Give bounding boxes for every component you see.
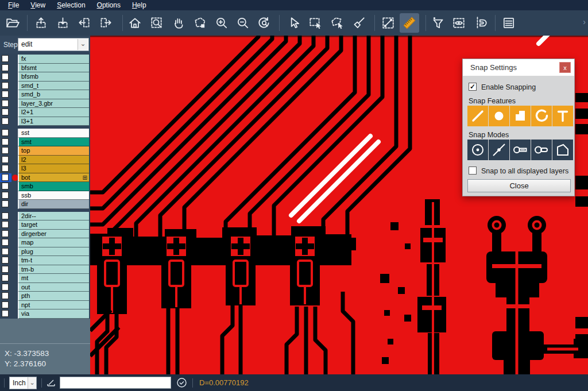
layer-visibility-checkbox[interactable] bbox=[2, 310, 9, 317]
filter-icon[interactable] bbox=[428, 13, 448, 33]
layer-row-out[interactable]: out bbox=[0, 283, 90, 292]
close-button[interactable]: Close bbox=[467, 179, 571, 192]
layer-name[interactable]: pth bbox=[18, 292, 89, 301]
import-left-icon[interactable] bbox=[75, 13, 94, 33]
layer-name[interactable]: bfsmt bbox=[18, 64, 89, 73]
layer-visibility-checkbox[interactable] bbox=[2, 292, 9, 299]
layer-name[interactable]: mt bbox=[18, 274, 89, 283]
zoom-in-icon[interactable] bbox=[212, 13, 231, 33]
layer-name[interactable]: l3+1 bbox=[18, 117, 89, 126]
layer-name[interactable]: map bbox=[18, 238, 89, 247]
select-rectangle-icon[interactable] bbox=[305, 13, 325, 33]
layer-name[interactable]: smt bbox=[18, 138, 89, 147]
layer-name[interactable]: l2+1 bbox=[18, 108, 89, 117]
snap-text-icon[interactable] bbox=[552, 106, 573, 126]
layer-row-plug[interactable]: plug bbox=[0, 247, 90, 257]
layer-visibility-checkbox[interactable] bbox=[2, 257, 9, 264]
unit-dropdown[interactable]: Inch ⌄ bbox=[9, 377, 37, 389]
layer-visibility-checkbox[interactable] bbox=[2, 239, 9, 246]
layers-panel-icon[interactable] bbox=[499, 13, 519, 33]
layer-name[interactable]: tm-b bbox=[18, 265, 89, 274]
layer-visibility-checkbox[interactable] bbox=[2, 165, 9, 172]
layer-row-sst[interactable]: sst bbox=[0, 129, 90, 138]
layer-row-2dir--[interactable]: 2dir-- bbox=[0, 212, 90, 221]
layer-visibility-checkbox[interactable] bbox=[2, 147, 9, 154]
enable-snapping-checkbox[interactable]: ✓ bbox=[469, 83, 477, 91]
layer-visibility-checkbox[interactable] bbox=[2, 301, 9, 308]
home-icon[interactable] bbox=[125, 13, 145, 33]
layer-name[interactable]: plug bbox=[18, 247, 89, 257]
snap-line-icon[interactable] bbox=[467, 106, 488, 126]
measure-ruler-icon[interactable] bbox=[400, 13, 419, 33]
snap-all-layers-checkbox[interactable] bbox=[469, 167, 477, 175]
measure-line-icon[interactable] bbox=[378, 13, 398, 33]
snap-pad-icon[interactable] bbox=[489, 106, 509, 126]
layer-name[interactable]: l2 bbox=[18, 156, 89, 165]
layer-name[interactable]: bfsmb bbox=[18, 72, 89, 82]
snap-surface-icon[interactable] bbox=[510, 106, 531, 126]
menu-selection[interactable]: Selection bbox=[51, 0, 91, 10]
dialog-title-bar[interactable]: Snap Settings x bbox=[463, 59, 574, 76]
mode-pad-entry-icon[interactable] bbox=[510, 140, 531, 160]
pan-hand-icon[interactable] bbox=[169, 13, 188, 33]
menu-help[interactable]: Help bbox=[126, 0, 152, 10]
layer-row-layer_3.gbr[interactable]: layer_3.gbr bbox=[0, 99, 90, 109]
toolbar-overflow-chevron[interactable]: › bbox=[583, 17, 586, 26]
layer-visibility-checkbox[interactable] bbox=[2, 138, 9, 145]
layer-row-bfsmt[interactable]: bfsmt bbox=[0, 64, 90, 73]
mode-pad-exit-icon[interactable] bbox=[531, 140, 552, 160]
snap-arc-icon[interactable] bbox=[531, 106, 552, 126]
layer-row-smt[interactable]: smt bbox=[0, 138, 90, 147]
layer-name[interactable]: npt bbox=[18, 301, 89, 310]
close-icon[interactable]: x bbox=[559, 62, 571, 73]
layer-visibility-checkbox[interactable] bbox=[2, 73, 9, 80]
layer-name[interactable]: out bbox=[18, 283, 89, 292]
layer-row-target[interactable]: target bbox=[0, 220, 90, 230]
import-right-icon[interactable] bbox=[96, 13, 115, 33]
command-input[interactable] bbox=[60, 377, 171, 389]
layer-row-map[interactable]: map bbox=[0, 238, 90, 247]
step-dropdown[interactable]: edit ⌄ bbox=[18, 38, 89, 51]
layer-visibility-checkbox[interactable] bbox=[2, 221, 9, 228]
mode-profile-icon[interactable] bbox=[552, 140, 573, 160]
layer-visibility-checkbox[interactable] bbox=[2, 284, 9, 291]
layer-name[interactable]: dirgerber bbox=[18, 230, 89, 239]
layer-row-top[interactable]: top bbox=[0, 146, 90, 156]
layer-row-ssb[interactable]: ssb bbox=[0, 191, 90, 200]
layer-visibility-checkbox[interactable] bbox=[2, 82, 9, 89]
layer-name[interactable]: tm-t bbox=[18, 256, 89, 265]
layer-row-bfsmb[interactable]: bfsmb bbox=[0, 72, 90, 82]
layer-name[interactable]: dir bbox=[18, 200, 89, 209]
layer-visibility-checkbox[interactable] bbox=[2, 100, 9, 107]
layer-row-via[interactable]: via bbox=[0, 309, 90, 319]
layer-name[interactable]: ssb bbox=[18, 191, 89, 200]
layer-name[interactable]: smb bbox=[18, 182, 89, 191]
mode-entity-icon[interactable] bbox=[489, 140, 509, 160]
layer-visibility-checkbox[interactable] bbox=[2, 174, 9, 181]
layer-name[interactable]: via bbox=[18, 309, 89, 319]
layer-row-tm-b[interactable]: tm-b bbox=[0, 265, 90, 274]
layer-visibility-checkbox[interactable] bbox=[2, 266, 9, 273]
layer-row-l2[interactable]: l2 bbox=[0, 156, 90, 165]
layer-row-l3[interactable]: l3 bbox=[0, 164, 90, 173]
layer-name[interactable]: top bbox=[18, 146, 89, 156]
layer-visibility-checkbox[interactable] bbox=[2, 91, 9, 98]
zoom-polygon-icon[interactable] bbox=[190, 13, 210, 33]
import-down-icon[interactable] bbox=[53, 13, 73, 33]
layer-visibility-checkbox[interactable] bbox=[2, 156, 9, 163]
layer-visibility-checkbox[interactable] bbox=[2, 55, 9, 62]
layer-name[interactable]: smd_b bbox=[18, 90, 89, 99]
menu-options[interactable]: Options bbox=[91, 0, 126, 10]
layer-visibility-checkbox[interactable] bbox=[2, 183, 9, 189]
layer-row-pth[interactable]: pth bbox=[0, 292, 90, 301]
open-folder-icon[interactable] bbox=[3, 13, 22, 33]
layer-visibility-checkbox[interactable] bbox=[2, 274, 9, 281]
angle-measure-icon[interactable] bbox=[46, 378, 56, 390]
layer-row-smb[interactable]: smb bbox=[0, 182, 90, 191]
layer-visibility-checkbox[interactable] bbox=[2, 64, 9, 71]
layer-name[interactable]: layer_3.gbr bbox=[18, 99, 89, 109]
layer-row-l2+1[interactable]: l2+1 bbox=[0, 108, 90, 117]
layer-name[interactable]: smd_t bbox=[18, 82, 89, 91]
layer-visibility-checkbox[interactable] bbox=[2, 129, 9, 136]
layer-name[interactable]: fx bbox=[18, 55, 89, 64]
